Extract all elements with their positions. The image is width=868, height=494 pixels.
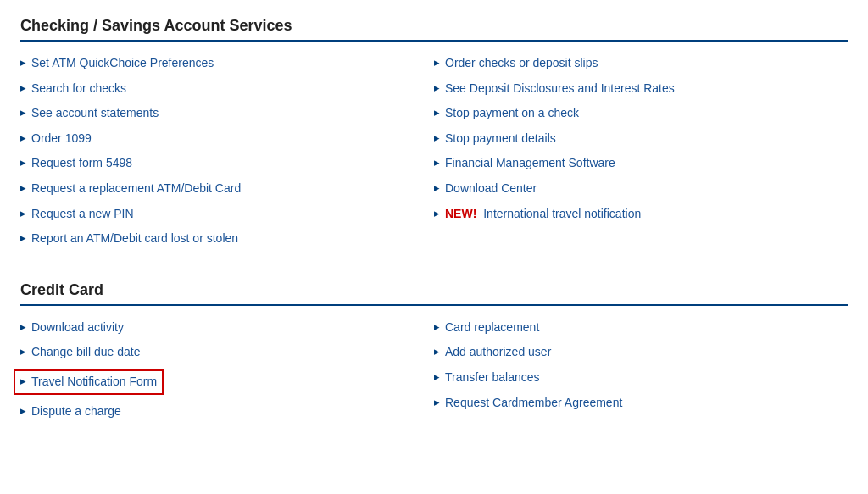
bullet-icon: ▸	[20, 181, 26, 194]
checking-divider	[20, 40, 848, 42]
bullet-icon: ▸	[434, 81, 440, 94]
link-item-intl-travel[interactable]: ▸NEW! International travel notification	[434, 206, 848, 223]
credit-right-col: ▸Card replacement▸Add authorized user▸Tr…	[434, 319, 848, 428]
link-deposit-disclosures[interactable]: See Deposit Disclosures and Interest Rat…	[445, 80, 675, 97]
checking-section: Checking / Savings Account Services ▸Set…	[20, 17, 848, 256]
link-financial-mgmt[interactable]: Financial Management Software	[445, 155, 615, 172]
checking-left-col: ▸Set ATM QuickChoice Preferences▸Search …	[20, 55, 434, 256]
bullet-icon: ▸	[434, 181, 440, 194]
link-replacement-card[interactable]: Request a replacement ATM/Debit Card	[31, 180, 241, 197]
link-item-card-replacement[interactable]: ▸Card replacement	[434, 319, 848, 336]
link-transfer-balances[interactable]: Transfer balances	[445, 369, 540, 386]
link-download-activity[interactable]: Download activity	[31, 319, 124, 336]
credit-columns: ▸Download activity▸Change bill due date▸…	[20, 319, 848, 428]
bullet-icon: ▸	[20, 345, 26, 358]
link-item-change-bill-date[interactable]: ▸Change bill due date	[20, 344, 434, 361]
link-item-deposit-disclosures[interactable]: ▸See Deposit Disclosures and Interest Ra…	[434, 80, 848, 97]
bullet-icon: ▸	[434, 345, 440, 358]
link-item-stop-payment-check[interactable]: ▸Stop payment on a check	[434, 105, 848, 122]
bullet-icon: ▸	[20, 375, 26, 387]
bullet-icon: ▸	[434, 156, 440, 169]
bullet-icon: ▸	[20, 106, 26, 119]
bullet-icon: ▸	[20, 131, 26, 144]
link-cardmember-agreement[interactable]: Request Cardmember Agreement	[445, 395, 622, 412]
link-order-checks[interactable]: Order checks or deposit slips	[445, 55, 598, 72]
link-item-add-authorized[interactable]: ▸Add authorized user	[434, 344, 848, 361]
link-item-new-pin[interactable]: ▸Request a new PIN	[20, 206, 434, 223]
link-change-bill-date[interactable]: Change bill due date	[31, 344, 140, 361]
checking-right-col: ▸Order checks or deposit slips▸See Depos…	[434, 55, 848, 256]
checking-title: Checking / Savings Account Services	[20, 17, 848, 35]
credit-section: Credit Card ▸Download activity▸Change bi…	[20, 281, 848, 428]
link-new-pin[interactable]: Request a new PIN	[31, 206, 134, 223]
link-item-cardmember-agreement[interactable]: ▸Request Cardmember Agreement	[434, 395, 848, 412]
link-search-checks[interactable]: Search for checks	[31, 80, 126, 97]
link-order-1099[interactable]: Order 1099	[31, 130, 92, 147]
link-stop-payment-check[interactable]: Stop payment on a check	[445, 105, 579, 122]
bullet-icon: ▸	[20, 404, 26, 417]
bullet-icon: ▸	[434, 207, 440, 219]
bullet-icon: ▸	[20, 207, 26, 219]
link-item-report-lost[interactable]: ▸Report an ATM/Debit card lost or stolen	[20, 230, 434, 247]
link-item-transfer-balances[interactable]: ▸Transfer balances	[434, 369, 848, 386]
link-item-order-1099[interactable]: ▸Order 1099	[20, 130, 434, 147]
bullet-icon: ▸	[434, 131, 440, 144]
bullet-icon: ▸	[434, 56, 440, 69]
bullet-icon: ▸	[434, 370, 440, 383]
link-card-replacement[interactable]: Card replacement	[445, 319, 539, 336]
link-add-authorized[interactable]: Add authorized user	[445, 344, 551, 361]
new-badge: NEW!	[445, 207, 480, 220]
bullet-icon: ▸	[434, 320, 440, 333]
bullet-icon: ▸	[20, 81, 26, 94]
link-dispute-charge[interactable]: Dispute a charge	[31, 403, 121, 420]
link-travel-notification[interactable]: Travel Notification Form	[31, 374, 157, 391]
credit-divider	[20, 304, 848, 306]
link-item-travel-notification[interactable]: ▸Travel Notification Form	[14, 369, 164, 395]
link-item-set-atm[interactable]: ▸Set ATM QuickChoice Preferences	[20, 55, 434, 72]
link-item-order-checks[interactable]: ▸Order checks or deposit slips	[434, 55, 848, 72]
bullet-icon: ▸	[434, 396, 440, 408]
link-item-financial-mgmt[interactable]: ▸Financial Management Software	[434, 155, 848, 172]
link-item-download-center[interactable]: ▸Download Center	[434, 180, 848, 197]
bullet-icon: ▸	[20, 156, 26, 169]
checking-columns: ▸Set ATM QuickChoice Preferences▸Search …	[20, 55, 848, 256]
link-set-atm[interactable]: Set ATM QuickChoice Preferences	[31, 55, 214, 72]
link-request-5498[interactable]: Request form 5498	[31, 155, 132, 172]
link-item-dispute-charge[interactable]: ▸Dispute a charge	[20, 403, 434, 420]
link-item-stop-payment-details[interactable]: ▸Stop payment details	[434, 130, 848, 147]
bullet-icon: ▸	[20, 320, 26, 333]
link-item-download-activity[interactable]: ▸Download activity	[20, 319, 434, 336]
link-report-lost[interactable]: Report an ATM/Debit card lost or stolen	[31, 230, 238, 247]
credit-title: Credit Card	[20, 281, 848, 299]
credit-left-col: ▸Download activity▸Change bill due date▸…	[20, 319, 434, 428]
link-intl-travel[interactable]: NEW! International travel notification	[445, 206, 641, 223]
link-see-statements[interactable]: See account statements	[31, 105, 159, 122]
link-stop-payment-details[interactable]: Stop payment details	[445, 130, 556, 147]
bullet-icon: ▸	[20, 231, 26, 244]
bullet-icon: ▸	[434, 106, 440, 119]
link-item-search-checks[interactable]: ▸Search for checks	[20, 80, 434, 97]
bullet-icon: ▸	[20, 56, 26, 69]
link-item-request-5498[interactable]: ▸Request form 5498	[20, 155, 434, 172]
link-download-center[interactable]: Download Center	[445, 180, 537, 197]
link-item-see-statements[interactable]: ▸See account statements	[20, 105, 434, 122]
link-item-replacement-card[interactable]: ▸Request a replacement ATM/Debit Card	[20, 180, 434, 197]
